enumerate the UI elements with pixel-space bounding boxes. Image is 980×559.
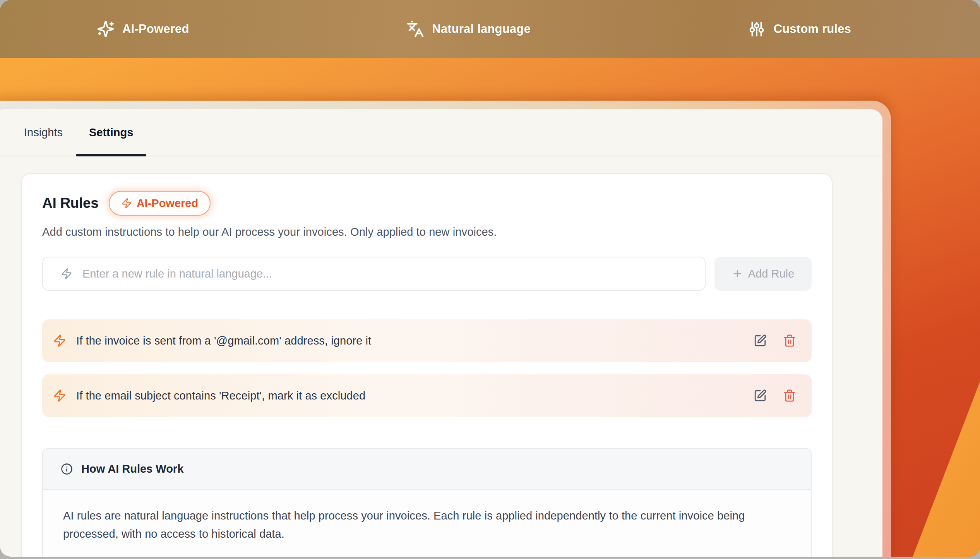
rule-row: If the email subject contains 'Receipt',… xyxy=(42,374,812,417)
plus-icon xyxy=(732,268,743,279)
how-rules-work-title: How AI Rules Work xyxy=(81,463,183,475)
wallpaper-diagonal-band xyxy=(894,245,980,557)
rule-input-wrapper xyxy=(42,257,706,291)
rules-list: If the invoice is sent from a '@gmail.co… xyxy=(42,319,812,417)
edit-icon xyxy=(754,334,767,347)
app-window: Insights Settings AI Rules AI-Powered xyxy=(0,101,891,557)
tab-insights[interactable]: Insights xyxy=(24,109,63,156)
how-rules-work-panel: How AI Rules Work AI rules are natural l… xyxy=(42,448,812,557)
trash-icon xyxy=(783,389,796,402)
feature-label: Natural language xyxy=(432,22,531,36)
feature-label: AI-Powered xyxy=(122,22,189,36)
sliders-icon xyxy=(748,20,766,38)
tab-label: Insights xyxy=(24,126,63,139)
ai-rules-card: AI Rules AI-Powered Add custom instructi… xyxy=(21,173,833,557)
tab-bar: Insights Settings xyxy=(0,109,882,156)
rule-input[interactable] xyxy=(82,267,693,280)
feature-ai-powered: AI-Powered xyxy=(97,20,189,38)
feature-label: Custom rules xyxy=(773,22,851,36)
card-description: Add custom instructions to help our AI p… xyxy=(42,226,812,238)
delete-rule-button[interactable] xyxy=(783,334,796,347)
zap-icon xyxy=(61,268,72,280)
new-rule-row: Add Rule xyxy=(42,257,812,291)
app-window-content: Insights Settings AI Rules AI-Powered xyxy=(0,109,882,557)
desktop-screen: AI-Powered Natural language Custom rules… xyxy=(0,0,980,557)
rule-actions xyxy=(754,389,796,402)
edit-icon xyxy=(754,389,767,402)
tab-settings[interactable]: Settings xyxy=(89,109,133,156)
delete-rule-button[interactable] xyxy=(783,389,796,402)
how-rules-work-header: How AI Rules Work xyxy=(43,449,811,490)
how-rules-work-body: AI rules are natural language instructio… xyxy=(43,490,811,557)
rule-actions xyxy=(754,334,796,347)
rule-text: If the invoice is sent from a '@gmail.co… xyxy=(76,334,744,347)
feature-natural-language: Natural language xyxy=(406,20,531,38)
edit-rule-button[interactable] xyxy=(754,334,767,347)
add-rule-button[interactable]: Add Rule xyxy=(714,257,812,291)
badge-label: AI-Powered xyxy=(137,197,199,210)
add-rule-label: Add Rule xyxy=(748,267,794,280)
feature-custom-rules: Custom rules xyxy=(748,20,851,38)
how-rules-work-text: AI rules are natural language instructio… xyxy=(63,507,771,543)
sparkles-icon xyxy=(97,20,115,38)
zap-icon xyxy=(53,334,66,347)
rule-text: If the email subject contains 'Receipt',… xyxy=(76,389,744,402)
languages-icon xyxy=(406,20,424,38)
page-title: AI Rules xyxy=(42,195,99,211)
edit-rule-button[interactable] xyxy=(754,389,767,402)
rule-row: If the invoice is sent from a '@gmail.co… xyxy=(42,319,812,362)
info-icon xyxy=(61,463,73,475)
features-banner: AI-Powered Natural language Custom rules xyxy=(0,0,980,58)
ai-powered-badge: AI-Powered xyxy=(109,191,211,216)
zap-icon xyxy=(53,389,66,402)
card-header: AI Rules AI-Powered xyxy=(42,191,812,216)
tab-label: Settings xyxy=(89,126,133,139)
trash-icon xyxy=(783,334,796,347)
zap-icon xyxy=(121,198,132,209)
